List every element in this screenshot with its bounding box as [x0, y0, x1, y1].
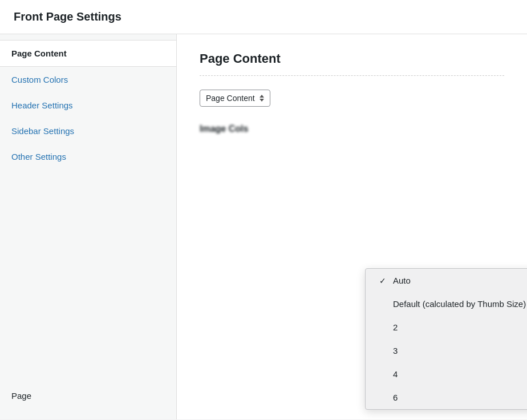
select-arrows-icon	[260, 95, 264, 102]
dropdown-item-auto[interactable]: ✓ Auto	[366, 269, 527, 292]
content-area: Page Content Custom Colors Header Settin…	[0, 34, 527, 419]
sidebar-item-header-settings[interactable]: Header Settings	[0, 92, 176, 118]
sidebar: Page Content Custom Colors Header Settin…	[0, 34, 177, 419]
sidebar-item-sidebar-settings[interactable]: Sidebar Settings	[0, 118, 176, 144]
check-icon: ✓	[379, 276, 388, 285]
page-title: Front Page Settings	[14, 10, 513, 23]
image-cols-label: Image Cols	[200, 124, 504, 134]
main-content: Page Content Page Content Image Cols ✓ A…	[177, 34, 527, 419]
sidebar-item-custom-colors[interactable]: Custom Colors	[0, 67, 176, 92]
section-title: Page Content	[200, 51, 504, 66]
sidebar-item-other-settings[interactable]: Other Settings	[0, 144, 176, 169]
dropdown-menu: ✓ Auto Default (calculated by Thumb Size…	[365, 268, 527, 410]
page-content-select[interactable]: Page Content	[200, 90, 270, 107]
dropdown-item-3[interactable]: 3	[366, 339, 527, 362]
sidebar-footer-page: Page	[0, 383, 43, 409]
select-value: Page Content	[206, 94, 255, 103]
dropdown-item-2[interactable]: 2	[366, 316, 527, 339]
section-divider	[200, 75, 504, 76]
page-header: Front Page Settings	[0, 0, 527, 34]
dropdown-item-default[interactable]: Default (calculated by Thumb Size)	[366, 292, 527, 316]
arrow-down-icon	[260, 99, 264, 102]
dropdown-item-6[interactable]: 6	[366, 386, 527, 409]
sidebar-item-page-content[interactable]: Page Content	[0, 40, 176, 67]
dropdown-item-4[interactable]: 4	[366, 362, 527, 386]
arrow-up-icon	[260, 95, 264, 98]
